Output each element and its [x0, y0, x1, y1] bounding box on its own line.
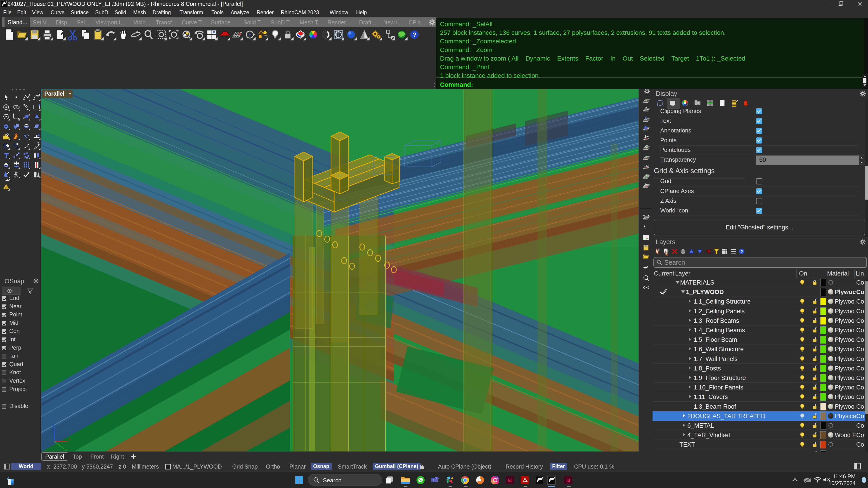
- svg-text:8: 8: [554, 477, 555, 479]
- svg-text:8: 8: [6, 1, 7, 3]
- svg-text:T: T: [432, 478, 434, 482]
- svg-text:8: 8: [542, 477, 543, 479]
- svg-text:x: x: [69, 437, 70, 441]
- svg-text:y: y: [65, 449, 67, 452]
- svg-text:z: z: [53, 422, 54, 426]
- svg-text:Id: Id: [508, 478, 512, 483]
- svg-text:Id: Id: [566, 478, 570, 483]
- svg-text:?: ?: [740, 249, 743, 254]
- svg-text:?: ?: [412, 31, 416, 38]
- svg-text:±: ±: [149, 29, 151, 33]
